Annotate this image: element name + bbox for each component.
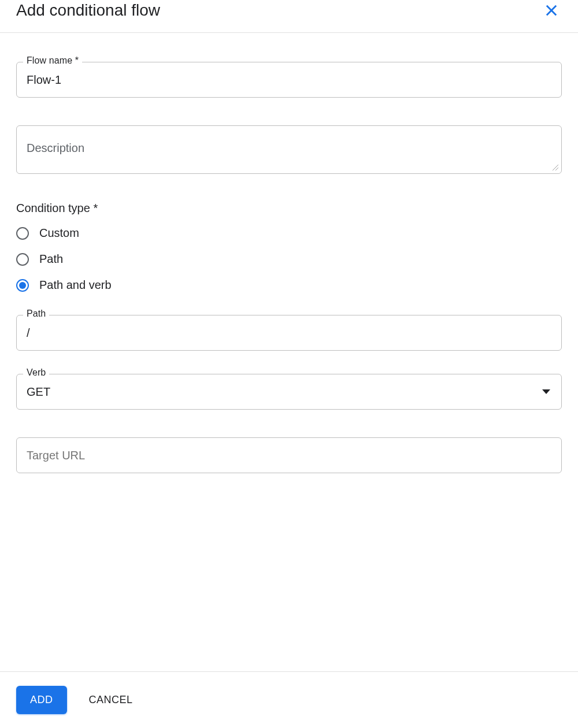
radio-label: Path bbox=[39, 252, 63, 266]
add-button[interactable]: ADD bbox=[16, 686, 67, 714]
radio-label: Path and verb bbox=[39, 278, 112, 292]
radio-path-and-verb[interactable]: Path and verb bbox=[16, 278, 562, 292]
radio-path[interactable]: Path bbox=[16, 252, 562, 266]
condition-type-group: Custom Path Path and verb bbox=[16, 226, 562, 292]
target-url-field bbox=[16, 437, 562, 473]
target-url-input[interactable] bbox=[16, 437, 562, 473]
description-field: Description bbox=[16, 125, 562, 174]
path-field: Path bbox=[16, 315, 562, 351]
verb-label: Verb bbox=[23, 367, 49, 378]
dialog-footer: ADD CANCEL bbox=[0, 671, 578, 728]
dialog-title: Add conditional flow bbox=[16, 1, 160, 20]
verb-value: GET bbox=[16, 374, 562, 410]
dialog-header: Add conditional flow bbox=[0, 0, 578, 33]
radio-icon bbox=[16, 253, 29, 266]
cancel-button[interactable]: CANCEL bbox=[89, 686, 133, 714]
path-input[interactable] bbox=[16, 315, 562, 351]
radio-icon bbox=[16, 227, 29, 240]
flow-name-field: Flow name * bbox=[16, 62, 562, 98]
verb-field: Verb GET bbox=[16, 374, 562, 410]
description-input[interactable] bbox=[16, 125, 562, 174]
verb-select[interactable]: GET bbox=[16, 374, 562, 410]
path-label: Path bbox=[23, 309, 49, 319]
flow-name-input[interactable] bbox=[16, 62, 562, 98]
radio-label: Custom bbox=[39, 226, 79, 240]
close-icon bbox=[543, 2, 560, 18]
radio-custom[interactable]: Custom bbox=[16, 226, 562, 240]
dialog-body: Flow name * Description Condition type *… bbox=[0, 33, 578, 512]
condition-type-label: Condition type * bbox=[16, 202, 562, 215]
radio-icon bbox=[16, 279, 29, 292]
close-button[interactable] bbox=[541, 0, 562, 21]
flow-name-label: Flow name * bbox=[23, 55, 82, 66]
